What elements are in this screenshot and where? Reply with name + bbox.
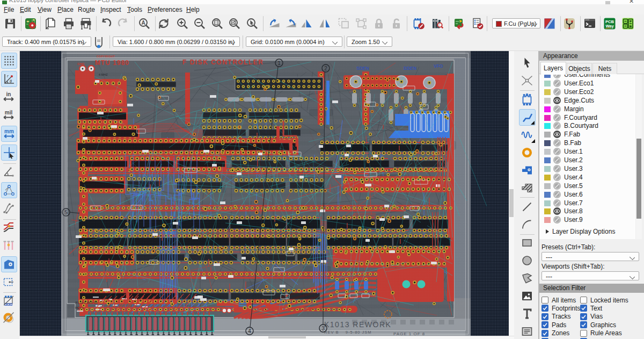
svg-text:F: F [630,20,632,23]
svg-text:A: A [141,20,145,26]
svg-text:in: in [6,91,11,97]
svg-text:mm: mm [4,128,14,134]
svg-text:B: B [629,25,632,28]
svg-text:r: r [7,74,9,78]
svg-text:θ: θ [10,78,12,83]
svg-text:mil: mil [5,110,13,116]
